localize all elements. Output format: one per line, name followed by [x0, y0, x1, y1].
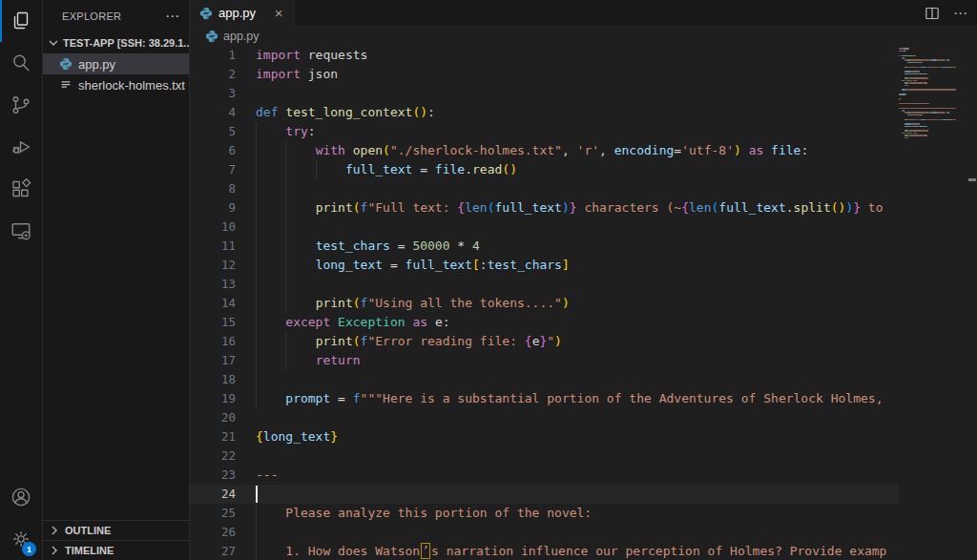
search-icon — [10, 52, 32, 74]
code-text: return — [236, 351, 361, 370]
explorer-more-actions-icon[interactable]: ⋯ — [165, 11, 179, 21]
line-number: 16 — [190, 332, 236, 351]
file-item-app-py[interactable]: app.py — [43, 53, 189, 74]
code-line[interactable]: 8 — [190, 179, 899, 198]
more-actions-icon[interactable]: ⋯ — [953, 9, 967, 18]
source-control-icon — [10, 93, 32, 116]
timeline-section-header[interactable]: TIMELINE — [43, 540, 189, 560]
code-line[interactable]: 7 full_text = file.read() — [190, 160, 899, 179]
code-line[interactable]: 19 prompt = f"""Here is a substantial po… — [190, 389, 899, 408]
code-text: try: — [236, 122, 316, 141]
code-line[interactable]: 23--- — [190, 466, 899, 485]
indent-guide — [256, 198, 257, 218]
code-text: --- — [236, 466, 278, 485]
indent-guide — [256, 313, 257, 332]
line-number: 20 — [190, 408, 236, 427]
code-line[interactable]: 20 — [190, 408, 899, 427]
editor-group: app.py × ⋯ app.py 1import requests2impor… — [190, 0, 977, 560]
activity-item-explorer[interactable] — [0, 0, 42, 42]
split-editor-icon[interactable] — [925, 6, 940, 21]
code-line[interactable]: 11 test_chars = 50000 * 4 — [190, 237, 899, 256]
code-line[interactable]: 15 except Exception as e: — [190, 313, 899, 332]
code-line[interactable]: 9 print(f"Full text: {len(full_text)} ch… — [190, 198, 899, 218]
files-icon — [10, 10, 32, 32]
code-line[interactable]: 25 Please analyze this portion of the no… — [190, 504, 899, 523]
indent-guide — [256, 523, 257, 542]
line-number: 2 — [190, 65, 236, 84]
code-line[interactable]: 21{long_text} — [190, 427, 899, 446]
indent-guide — [256, 122, 257, 141]
activity-item-extensions[interactable] — [0, 168, 42, 210]
tab-label: app.py — [218, 6, 256, 20]
activity-item-source-control[interactable] — [0, 84, 42, 126]
activity-item-run-and-debug[interactable] — [0, 126, 42, 168]
code-text — [236, 179, 256, 198]
account-icon — [10, 486, 32, 508]
code-line[interactable]: 4def test_long_context(): — [190, 103, 899, 122]
code-line[interactable]: 26 — [190, 523, 899, 542]
line-number: 23 — [190, 466, 236, 485]
line-number: 9 — [190, 198, 236, 218]
code-text: Please analyze this portion of the novel… — [236, 504, 592, 523]
code-text: import json — [236, 65, 338, 84]
line-number: 1 — [190, 46, 236, 65]
file-item-sherlock-holmes-txt[interactable]: sherlock-holmes.txt — [43, 74, 189, 95]
line-number: 11 — [190, 237, 236, 256]
code-line[interactable]: 14 print(f"Using all the tokens....") — [190, 294, 899, 313]
code-text: prompt = f"""Here is a substantial porti… — [236, 389, 883, 408]
line-number: 27 — [190, 542, 236, 560]
code-text — [236, 523, 256, 542]
remote-explorer-icon — [10, 219, 32, 242]
code-line[interactable]: 5 try: — [190, 122, 899, 141]
workspace-folder-label: TEST-APP [SSH: 38.29.1... — [63, 37, 189, 49]
code-line[interactable]: 18 — [190, 370, 899, 389]
indent-guide — [256, 389, 257, 408]
code-line[interactable]: 24 — [190, 485, 899, 504]
tab-close-icon[interactable]: × — [269, 4, 288, 23]
line-number: 4 — [190, 103, 236, 122]
activity-item-accounts[interactable] — [0, 476, 42, 518]
code-line[interactable]: 2import json — [190, 65, 899, 84]
chevron-right-icon — [47, 523, 62, 538]
code-line[interactable]: 22 — [190, 446, 899, 466]
code-line[interactable]: 13 — [190, 275, 899, 294]
code-line[interactable]: 3 — [190, 84, 899, 103]
code-line[interactable]: 16 print(f"Error reading file: {e}") — [190, 332, 899, 351]
breadcrumb[interactable]: app.py — [190, 26, 977, 46]
indent-guide — [256, 218, 257, 237]
code-text: except Exception as e: — [236, 313, 450, 332]
line-number: 10 — [190, 218, 236, 237]
indent-guide — [256, 504, 257, 523]
activity-item-remote-explorer[interactable] — [0, 210, 42, 252]
indent-guide — [285, 256, 286, 275]
code-text: def test_long_context(): — [236, 103, 435, 122]
line-number: 12 — [190, 256, 236, 275]
code-text — [236, 408, 256, 427]
indent-guide — [256, 294, 257, 313]
explorer-header: EXPLORER ⋯ — [43, 0, 189, 32]
text-cursor — [256, 486, 258, 503]
indent-guide — [285, 198, 286, 218]
run-debug-icon — [10, 135, 32, 158]
indent-guide — [256, 332, 257, 351]
code-text: with open("./sherlock-holmes.txt", 'r', … — [236, 141, 808, 160]
indent-guide — [256, 275, 257, 294]
indent-guide — [256, 351, 257, 370]
tab-bar: app.py × ⋯ — [190, 0, 977, 26]
code-line[interactable]: 10 — [190, 218, 899, 237]
outline-section-header[interactable]: OUTLINE — [43, 520, 189, 540]
file-tree: app.pysherlock-holmes.txt — [43, 53, 189, 95]
workspace-folder-header[interactable]: TEST-APP [SSH: 38.29.1... — [43, 32, 189, 53]
code-line[interactable]: 12 long_text = full_text[:test_chars] — [190, 256, 899, 275]
code-editor[interactable]: 1import requests2import json34def test_l… — [190, 46, 977, 560]
code-line[interactable]: 27 1. How does Watson’s narration influe… — [190, 542, 899, 560]
code-line[interactable]: 1import requests — [190, 46, 899, 65]
activity-item-search[interactable] — [0, 42, 42, 84]
activity-item-settings[interactable]: 1 — [0, 518, 42, 560]
minimap[interactable] — [899, 48, 967, 560]
tab-app-py[interactable]: app.py × — [190, 0, 295, 26]
code-line[interactable]: 17 return — [190, 351, 899, 370]
indent-guide — [285, 237, 286, 256]
code-line[interactable]: 6 with open("./sherlock-holmes.txt", 'r'… — [190, 141, 899, 160]
indent-guide — [285, 160, 286, 179]
